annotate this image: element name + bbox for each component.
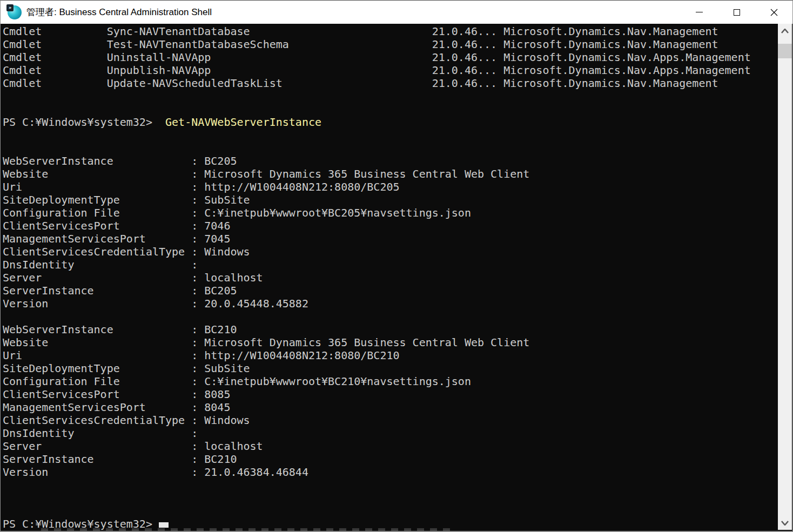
console-line: ManagementServicesPort : 8045 (3, 401, 778, 414)
scrollbar-down-button[interactable] (778, 516, 792, 530)
console-line: ManagementServicesPort : 7045 (3, 232, 778, 245)
close-icon (770, 9, 778, 16)
console-line: WebServerInstance : BC205 (3, 154, 778, 167)
console-line: Cmdlet Test-NAVTenantDatabaseSchema 21.0… (3, 38, 778, 51)
console-line: DnsIdentity : (3, 427, 778, 440)
console-line (3, 103, 778, 116)
clipped-text-row (41, 528, 451, 531)
scrollbar-track[interactable] (778, 38, 792, 516)
window-title: 管理者: Business Central Administration She… (26, 6, 212, 18)
console-line (3, 129, 778, 142)
caption-buttons (681, 1, 792, 24)
console-line: Configuration File : C:¥inetpub¥wwwroot¥… (3, 375, 778, 388)
prompt-glyph-icon: » (6, 4, 14, 11)
titlebar[interactable]: » 管理者: Business Central Administration S… (1, 1, 792, 24)
console-line: SiteDeploymentType : SubSite (3, 193, 778, 206)
console-line: ClientServicesCredentialType : Windows (3, 414, 778, 427)
console-line: DnsIdentity : (3, 258, 778, 271)
console-line (3, 504, 778, 517)
text-cursor (159, 522, 169, 528)
console-line: ClientServicesPort : 7046 (3, 219, 778, 232)
console-line: SiteDeploymentType : SubSite (3, 362, 778, 375)
console-line: Version : 20.0.45448.45882 (3, 297, 778, 310)
console-line: Website : Microsoft Dynamics 365 Busines… (3, 336, 778, 349)
maximize-button[interactable] (718, 1, 755, 24)
console-line: Cmdlet Sync-NAVTenantDatabase 21.0.46...… (3, 25, 778, 38)
console-output[interactable]: Cmdlet Sync-NAVTenantDatabase 21.0.46...… (1, 24, 778, 530)
chevron-down-icon (781, 521, 789, 526)
powershell-icon: » (8, 5, 22, 19)
vertical-scrollbar (778, 24, 792, 530)
minimize-icon (696, 12, 703, 12)
console-line (3, 310, 778, 323)
console-line: Cmdlet Uninstall-NAVApp 21.0.46... Micro… (3, 51, 778, 64)
console-line: Uri : http://W1004408N212:8080/BC210 (3, 349, 778, 362)
console-line: Uri : http://W1004408N212:8080/BC205 (3, 180, 778, 193)
console-line (3, 142, 778, 154)
console-line: Website : Microsoft Dynamics 365 Busines… (3, 167, 778, 180)
console-line: ServerInstance : BC210 (3, 453, 778, 466)
console-line: ClientServicesPort : 8085 (3, 388, 778, 401)
console-line: Version : 21.0.46384.46844 (3, 466, 778, 479)
console-line (3, 90, 778, 103)
console-line: Configuration File : C:¥inetpub¥wwwroot¥… (3, 206, 778, 219)
scrollbar-up-button[interactable] (778, 24, 792, 38)
powershell-window: » 管理者: Business Central Administration S… (0, 0, 793, 532)
console-line: PS C:¥Windows¥system32> Get-NAVWebServer… (3, 116, 778, 129)
console-line: ClientServicesCredentialType : Windows (3, 245, 778, 258)
chevron-up-icon (781, 29, 789, 33)
console-line: Cmdlet Unpublish-NAVApp 21.0.46... Micro… (3, 64, 778, 77)
minimize-button[interactable] (681, 1, 718, 24)
console-line: WebServerInstance : BC210 (3, 323, 778, 336)
console-line: Server : localhost (3, 271, 778, 284)
console-line: ServerInstance : BC205 (3, 284, 778, 297)
console-line (3, 479, 778, 491)
maximize-icon (734, 9, 740, 16)
console-line (3, 491, 778, 504)
close-button[interactable] (755, 1, 792, 24)
console-line: Server : localhost (3, 440, 778, 453)
scrollbar-thumb[interactable] (778, 44, 792, 58)
console-line: Cmdlet Update-NAVScheduledTaskList 21.0.… (3, 77, 778, 90)
